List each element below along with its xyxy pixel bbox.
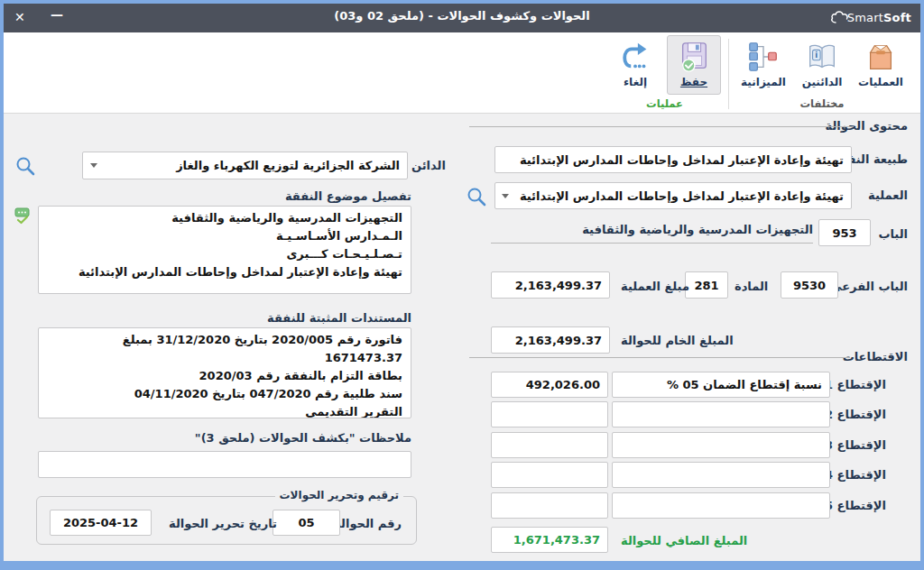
window-title: الحوالات وكشوف الحوالات - (ملحق 02 و03) xyxy=(4,9,920,23)
transfer-date-field[interactable]: 2025-04-12 xyxy=(50,510,152,536)
app-window: ✕ — الحوالات وكشوف الحوالات - (ملحق 02 و… xyxy=(0,0,924,570)
app-frame: ✕ — الحوالات وكشوف الحوالات - (ملحق 02 و… xyxy=(4,4,920,561)
transfer-date-label: تاريخ تحرير الحوالة xyxy=(169,517,277,530)
chapter-name-text: التجهيزات المدرسية والرياضية والثقافية xyxy=(491,223,813,244)
toolbar-group-misc: العمليات i الدائنين xyxy=(731,35,913,113)
sub-chapter-label: الباب الفرعي xyxy=(830,280,908,293)
expense-detail-label: تفصيل موضوع النفقة xyxy=(38,189,411,203)
deduction-3-desc-field[interactable] xyxy=(612,432,830,458)
search-icon[interactable] xyxy=(14,155,36,177)
operation-label: العملية xyxy=(868,188,908,202)
numbering-groupbox: ترقيم وتحرير الحوالات رقم الحوالة 05 تار… xyxy=(36,496,417,545)
net-amount-field: 1,671,473.37 xyxy=(491,527,608,553)
chevron-down-icon[interactable] xyxy=(502,194,509,198)
numbering-group-title: ترقيم وتحرير الحوالات xyxy=(275,489,403,501)
deduction-5-label: الإقتطاع 5 xyxy=(825,499,886,512)
transfer-number-field[interactable]: 05 xyxy=(273,510,340,536)
deduction-4-desc-field[interactable] xyxy=(612,462,830,488)
article-code-field[interactable]: 281 xyxy=(685,271,728,299)
deductions-section-line xyxy=(469,357,850,358)
brand-smart: Smart xyxy=(847,11,883,24)
deduction-4-amount-field[interactable] xyxy=(491,462,608,488)
deduction-4-label: الإقتطاع 4 xyxy=(825,468,886,482)
expense-detail-textarea[interactable]: التجهيزات المدرسية والرياضية والثقافية ا… xyxy=(38,206,411,294)
gross-amount-field[interactable]: 2,163,499.37 xyxy=(491,326,610,354)
comment-check-icon[interactable] xyxy=(13,207,32,226)
deduction-2-label: الإقتطاع 2 xyxy=(825,408,886,421)
ops-group-caption: عمليات xyxy=(646,95,683,114)
net-amount-label: المبلغ الصافي للحوالة xyxy=(621,534,747,547)
operations-button[interactable]: العمليات xyxy=(854,35,908,95)
budget-button[interactable]: الميزانية xyxy=(736,35,790,95)
titlebar: ✕ — الحوالات وكشوف الحوالات - (ملحق 02 و… xyxy=(4,4,920,32)
article-label: المادة xyxy=(735,280,768,293)
misc-group-caption: مختلفات xyxy=(800,95,845,114)
deduction-5-amount-field[interactable] xyxy=(491,492,608,519)
deduction-1-label: الإقتطاع 1 xyxy=(825,378,886,391)
operation-amount-label: مبلغ العملية xyxy=(621,280,689,293)
transfer-number-label: رقم الحوالة xyxy=(334,517,402,530)
gross-amount-label: المبلغ الخام للحوالة xyxy=(621,334,734,347)
budget-label: الميزانية xyxy=(741,76,786,88)
info-book-icon: i xyxy=(805,40,839,74)
deduction-2-desc-field[interactable] xyxy=(612,401,830,428)
creditors-button[interactable]: i الدائنين xyxy=(795,35,849,95)
smartsoft-logo: SmartSoft xyxy=(829,8,911,26)
deduction-1-desc-field[interactable]: نسبة إقتطاع الضمان 05 % xyxy=(612,372,830,398)
chapter-code-field[interactable]: 953 xyxy=(818,219,871,246)
toolbar-separator xyxy=(728,39,729,109)
notes-label: ملاحظات "بكشف الحوالات (ملحق 3)" xyxy=(38,431,411,445)
toolbar-group-ops: حفظ إلغاء عمليات xyxy=(603,35,726,113)
svg-text:i: i xyxy=(815,51,818,60)
expense-nature-field[interactable]: تهيئة وإعادة الإعتبار لمداخل وإحاطات الم… xyxy=(494,146,852,173)
notes-input[interactable] xyxy=(38,451,411,478)
undo-arrow-icon xyxy=(618,40,652,74)
search-icon[interactable] xyxy=(466,186,487,207)
content-section-line xyxy=(469,126,854,127)
cancel-label: إلغاء xyxy=(624,76,647,88)
deduction-2-amount-field[interactable] xyxy=(491,401,608,428)
operation-amount-field[interactable]: 2,163,499.37 xyxy=(491,271,610,299)
creditor-label: الدائن xyxy=(411,159,446,172)
deduction-3-amount-field[interactable] xyxy=(491,432,608,458)
form-area: محتوى الحوالة طبيعة النفقة تهيئة وإعادة … xyxy=(4,114,920,561)
budget-tree-icon xyxy=(746,40,781,74)
chevron-down-icon[interactable] xyxy=(90,163,97,168)
ribbon-toolbar: العمليات i الدائنين xyxy=(4,32,920,114)
chapter-label: الباب xyxy=(878,227,908,241)
save-label: حفظ xyxy=(680,76,707,88)
archive-box-icon xyxy=(864,40,898,74)
documents-label: المستندات المثبتة للنفقة xyxy=(38,311,411,325)
save-floppy-icon xyxy=(677,40,711,74)
deductions-section-title: الاقتطاعات xyxy=(843,350,908,363)
deduction-1-amount-field[interactable]: 492,026.00 xyxy=(491,372,608,398)
deduction-3-label: الإقتطاع 3 xyxy=(825,438,886,452)
creditor-combobox[interactable]: الشركة الجزائرية لتوزيع الكهرباء والغاز xyxy=(82,152,408,179)
operations-label: العمليات xyxy=(858,76,903,88)
brand-soft: Soft xyxy=(883,11,911,24)
save-button[interactable]: حفظ xyxy=(667,35,721,95)
sub-chapter-code-field[interactable]: 9530 xyxy=(781,271,838,299)
operation-combobox[interactable]: تهيئة وإعادة الإعتبار لمداخل وإحاطات الم… xyxy=(494,182,852,209)
deduction-5-desc-field[interactable] xyxy=(612,492,830,519)
documents-textarea[interactable]: فاتورة رقم 2020/005 بتاريخ 31/12/2020 بم… xyxy=(38,327,411,418)
cancel-button[interactable]: إلغاء xyxy=(608,35,662,95)
creditors-label: الدائنين xyxy=(802,76,843,88)
